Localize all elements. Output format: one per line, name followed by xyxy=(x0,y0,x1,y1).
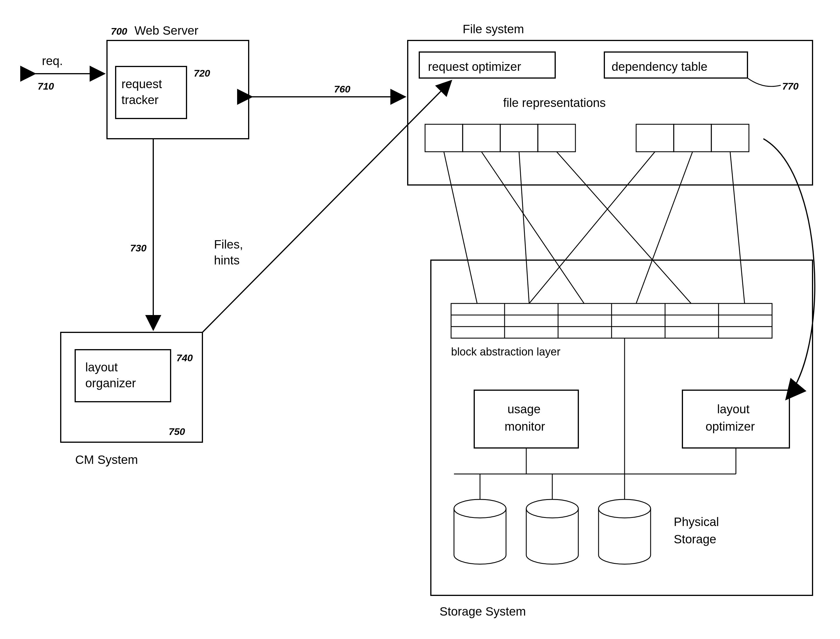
ref-730: 730 xyxy=(130,243,147,253)
ref-720: 720 xyxy=(194,68,210,79)
storage-system-box xyxy=(431,260,813,595)
svg-line-17 xyxy=(519,152,529,304)
physical-storage-2: Storage xyxy=(674,532,716,546)
file-system-title: File system xyxy=(463,22,524,36)
svg-rect-6 xyxy=(711,124,749,152)
rep-to-block-lines xyxy=(444,152,744,304)
layout-organizer-label-1: layout xyxy=(85,361,118,374)
request-tracker-label-2: tracker xyxy=(121,93,158,106)
svg-rect-2 xyxy=(500,124,538,152)
ref-760: 760 xyxy=(334,84,351,94)
ref-710: 710 xyxy=(38,81,54,92)
svg-line-16 xyxy=(481,152,584,304)
files-hints-2: hints xyxy=(214,253,240,267)
file-rep-group-1 xyxy=(425,124,575,152)
ref-740: 740 xyxy=(176,352,193,363)
files-hints-1: Files, xyxy=(214,238,243,251)
svg-rect-0 xyxy=(425,124,463,152)
req-label: req. xyxy=(42,54,63,68)
request-tracker-box xyxy=(116,67,186,119)
svg-line-18 xyxy=(556,152,691,304)
svg-line-19 xyxy=(529,152,655,304)
usage-monitor-box xyxy=(474,390,578,448)
ref-770: 770 xyxy=(782,81,799,92)
physical-storage-1: Physical xyxy=(674,515,719,529)
block-abstraction-label: block abstraction layer xyxy=(451,346,560,358)
svg-rect-4 xyxy=(636,124,674,152)
layout-optimizer-1: layout xyxy=(717,402,749,416)
svg-line-20 xyxy=(636,152,693,304)
web-server-title: Web Server xyxy=(134,24,198,37)
cm-to-fs-arrow xyxy=(202,81,451,332)
svg-rect-1 xyxy=(463,124,500,152)
usage-monitor-2: monitor xyxy=(505,420,545,433)
layout-optimizer-2: optimizer xyxy=(706,420,755,433)
svg-rect-5 xyxy=(674,124,711,152)
file-representations-label: file representations xyxy=(503,96,606,110)
svg-line-21 xyxy=(730,152,744,304)
dependency-table-label: dependency table xyxy=(612,60,708,73)
storage-system-title: Storage System xyxy=(440,605,526,618)
cm-system-title: CM System xyxy=(75,453,138,466)
usage-monitor-1: usage xyxy=(507,402,540,416)
request-optimizer-label: request optimizer xyxy=(428,60,521,73)
curve-to-layout-opt xyxy=(763,139,815,399)
request-tracker-label-1: request xyxy=(121,77,162,91)
svg-point-26 xyxy=(599,499,650,518)
ref-700: 700 xyxy=(111,26,127,37)
svg-line-15 xyxy=(444,152,477,304)
file-rep-group-2 xyxy=(636,124,749,152)
architecture-diagram: 700 Web Server request tracker 720 req. … xyxy=(0,0,840,639)
ref-750: 750 xyxy=(169,426,185,437)
ref-770-leader xyxy=(748,78,781,86)
svg-point-25 xyxy=(526,499,578,518)
svg-point-24 xyxy=(454,499,506,518)
layout-optimizer-box xyxy=(682,390,789,448)
svg-rect-3 xyxy=(538,124,575,152)
storage-cylinders xyxy=(454,499,650,564)
block-abstraction-grid xyxy=(451,304,772,338)
layout-organizer-label-2: organizer xyxy=(85,376,136,390)
layout-organizer-box xyxy=(75,350,171,402)
